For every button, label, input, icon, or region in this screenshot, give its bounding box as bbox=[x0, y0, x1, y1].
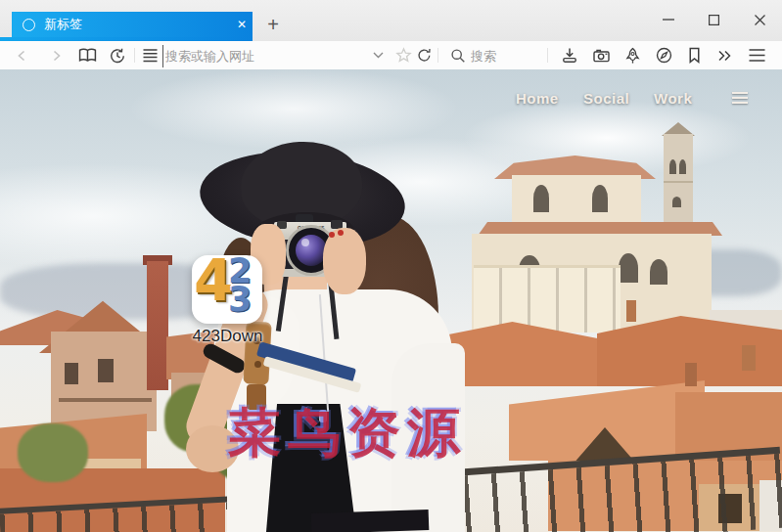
toolbar-separator bbox=[134, 48, 135, 63]
roof-chimney bbox=[742, 345, 756, 371]
rocket-icon[interactable] bbox=[620, 41, 645, 69]
maximize-button[interactable] bbox=[699, 6, 728, 33]
nav-menu-icon[interactable] bbox=[732, 92, 748, 106]
brick-chimney bbox=[147, 261, 168, 390]
watermark-text: 菜鸟资源 bbox=[228, 398, 467, 469]
bookmarks-book-icon[interactable] bbox=[75, 41, 99, 69]
site-logo-423down: 4 2 3 bbox=[192, 255, 262, 324]
church-upper-cube bbox=[512, 175, 641, 226]
nav-social-link[interactable]: Social bbox=[583, 90, 629, 107]
back-icon[interactable] bbox=[10, 41, 33, 69]
minimize-button[interactable] bbox=[654, 6, 683, 33]
favorite-star-icon[interactable] bbox=[392, 41, 414, 69]
tab-title: 新标签 bbox=[44, 16, 231, 33]
reading-list-icon[interactable] bbox=[139, 41, 161, 69]
tab-bar: 新标签 ✕ + bbox=[0, 0, 782, 41]
forward-icon[interactable] bbox=[45, 41, 69, 69]
woman-right-hand bbox=[323, 228, 366, 294]
tab-loading-icon bbox=[23, 19, 35, 31]
nav-home-link[interactable]: Home bbox=[516, 90, 559, 107]
browser-window: 新标签 ✕ + bbox=[0, 0, 782, 532]
bookmark-flag-icon[interactable] bbox=[682, 41, 706, 69]
tab-new-tab[interactable]: 新标签 ✕ bbox=[12, 12, 253, 37]
nav-work-link[interactable]: Work bbox=[654, 90, 692, 107]
address-bar-input[interactable] bbox=[162, 45, 368, 67]
screenshot-camera-icon[interactable] bbox=[588, 41, 614, 69]
navigation-toolbar bbox=[0, 41, 782, 70]
address-dropdown-chevron-icon[interactable] bbox=[368, 41, 388, 69]
church-portico bbox=[474, 265, 621, 332]
toolbar-separator bbox=[437, 48, 438, 63]
main-menu-icon[interactable] bbox=[743, 41, 770, 69]
webpage-hero-photo: OLYMPUS 4 2 3 423Down 菜鸟资源 Home Social W… bbox=[0, 69, 782, 532]
history-icon[interactable] bbox=[106, 41, 129, 69]
compass-icon[interactable] bbox=[651, 41, 676, 69]
search-box-input[interactable] bbox=[469, 45, 546, 67]
red-nail bbox=[338, 230, 344, 236]
logo-digit-3: 3 bbox=[228, 280, 252, 319]
toolbar-separator bbox=[547, 48, 548, 63]
more-tools-chevrons-icon[interactable] bbox=[712, 41, 737, 69]
search-icon[interactable] bbox=[447, 41, 469, 69]
close-button[interactable] bbox=[745, 6, 774, 33]
logo-caption: 423Down bbox=[157, 327, 299, 346]
roof-chimney bbox=[626, 300, 636, 322]
tab-close-icon[interactable]: ✕ bbox=[231, 14, 253, 35]
tree bbox=[18, 423, 88, 482]
refresh-icon[interactable] bbox=[413, 41, 435, 69]
lens-highlight bbox=[301, 239, 309, 246]
new-tab-button[interactable]: + bbox=[260, 13, 286, 38]
download-icon[interactable] bbox=[558, 41, 581, 69]
roof-chimney bbox=[685, 363, 697, 386]
strap-rivet bbox=[254, 361, 261, 368]
red-nail bbox=[329, 232, 335, 238]
black-skirt bbox=[311, 510, 430, 532]
